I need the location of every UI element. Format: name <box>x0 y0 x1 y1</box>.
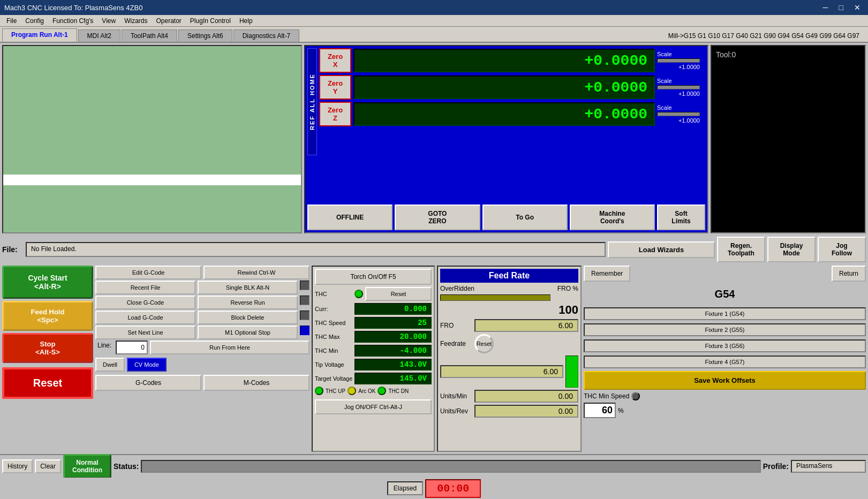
thc-speed-label: THC Speed <box>315 320 352 326</box>
torch-status-row: THC UP Arc OK THC DN <box>315 387 432 395</box>
block-delete-button[interactable]: Block Delete <box>198 311 298 324</box>
block-delete-led <box>300 311 310 320</box>
arc-ok-label: Arc OK <box>358 388 375 394</box>
load-gcode-button[interactable]: Load G-Code <box>95 311 195 324</box>
m1-optional-stop-button[interactable]: M1 Optional Stop <box>198 326 298 339</box>
tip-voltage-value: 143.0V <box>354 359 432 371</box>
dro-row-y: ZeroY +0.0000 Scale +1.0000 <box>319 75 705 100</box>
torch-on-off-button[interactable]: Torch On/Off F5 <box>315 269 432 285</box>
tab-mdi[interactable]: MDI Alt2 <box>78 29 120 42</box>
load-wizards-button[interactable]: Load Wizards <box>608 241 715 258</box>
normal-condition-button[interactable]: NormalCondition <box>63 454 111 479</box>
torch-panel: Torch On/Off F5 THC Reset Curr: 0.000 TH… <box>312 266 435 452</box>
scale-x-value: +1.0000 <box>657 64 700 70</box>
feedrate-value-input[interactable] <box>440 365 563 378</box>
code-buttons-row: G-Codes M-Codes <box>95 375 310 391</box>
to-go-button[interactable]: To Go <box>482 205 568 230</box>
mid-row-1: Edit G-Code Rewind Ctrl-W <box>95 266 310 279</box>
menu-config[interactable]: Config <box>21 16 48 26</box>
stop-button[interactable]: Stop<Alt-S> <box>2 333 93 363</box>
thc-min-speed-input[interactable] <box>584 403 616 418</box>
tab-settings[interactable]: Settings Alt6 <box>178 29 232 42</box>
dro-y-value: +0.0000 <box>353 75 655 99</box>
fro-input[interactable] <box>474 319 578 332</box>
close-button[interactable]: ✕ <box>851 2 864 13</box>
fixture1-button[interactable]: Fixture 1 (G54) <box>584 307 866 320</box>
zero-y-button[interactable]: ZeroY <box>319 75 351 100</box>
jog-follow-button[interactable]: JogFollow <box>818 237 866 262</box>
dro-x-value: +0.0000 <box>353 49 655 72</box>
edit-gcode-button[interactable]: Edit G-Code <box>95 266 201 279</box>
fro-pct-value: 100 <box>440 303 578 317</box>
display-mode-button[interactable]: DisplayMode <box>767 237 816 262</box>
feedrate-panel: Feed Rate OverRidden FRO % 100 FRO Feedr… <box>437 266 582 452</box>
tab-toolpath[interactable]: ToolPath Alt4 <box>122 29 177 42</box>
reset-button[interactable]: Reset <box>2 367 93 399</box>
g-codes-button[interactable]: G-Codes <box>95 375 201 391</box>
dwell-button[interactable]: Dwell <box>95 358 125 372</box>
recent-file-button[interactable]: Recent File <box>95 281 195 294</box>
m-codes-button[interactable]: M-Codes <box>203 375 310 391</box>
tab-diagnostics[interactable]: Diagnostics Alt-7 <box>233 29 299 42</box>
jog-on-off-button[interactable]: Jog ON/OFF Ctrl-Alt-J <box>315 399 432 414</box>
menu-function-cfgs[interactable]: Function Cfg's <box>48 16 97 26</box>
return-button[interactable]: Return <box>832 266 866 282</box>
fixture4-button[interactable]: Fixture 4 (G57) <box>584 356 866 368</box>
cycle-start-button[interactable]: Cycle Start<Alt-R> <box>2 266 93 299</box>
single-blk-button[interactable]: Single BLK Alt-N <box>198 281 298 294</box>
remember-button[interactable]: Remember <box>584 266 630 282</box>
tab-program-run[interactable]: Program Run Alt-1 <box>2 28 77 42</box>
offline-button[interactable]: OFFLINE <box>307 205 393 230</box>
tabbar: Program Run Alt-1 MDI Alt2 ToolPath Alt4… <box>0 27 868 43</box>
maximize-button[interactable]: □ <box>836 2 847 13</box>
menu-operator[interactable]: Operator <box>152 16 186 26</box>
feedrate-reset-button[interactable]: Reset <box>474 334 494 353</box>
menu-view[interactable]: View <box>97 16 120 26</box>
soft-limits-button[interactable]: SoftLimits <box>657 205 705 230</box>
right-controls: Remember Return G54 Fixture 1 (G54) Fixt… <box>584 266 866 452</box>
feed-hold-button[interactable]: Feed Hold<Spc> <box>2 301 93 331</box>
fixture2-button[interactable]: Fixture 2 (G55) <box>584 323 866 336</box>
goto-zero-button[interactable]: GOTOZERO <box>395 205 480 230</box>
timer-bar: Elapsed 00:00 <box>0 478 868 499</box>
set-next-line-button[interactable]: Set Next Line <box>95 326 195 339</box>
app-title: Mach3 CNC Licensed To: PlasmaSens 4ZB0 <box>4 4 820 12</box>
thc-max-label: THC Max <box>315 334 352 340</box>
cv-mode-button[interactable]: CV Mode <box>127 358 167 372</box>
target-voltage-value: 145.0V <box>354 373 432 384</box>
zero-z-button[interactable]: ZeroZ <box>319 102 351 126</box>
units-rev-input[interactable] <box>474 405 578 418</box>
menu-file[interactable]: File <box>2 16 21 26</box>
minimize-button[interactable]: ─ <box>820 2 832 13</box>
history-button[interactable]: History <box>2 459 33 473</box>
rewind-button[interactable]: Rewind Ctrl-W <box>203 266 310 279</box>
dro-y-scale: Scale +1.0000 <box>657 78 705 97</box>
run-from-here-button[interactable]: Run From Here <box>150 341 310 354</box>
scale-z-bar <box>657 112 700 116</box>
menu-help[interactable]: Help <box>235 16 257 26</box>
fro-header: OverRidden FRO % <box>440 285 578 292</box>
top-row: REF ALL HOME ZeroX +0.0000 Scale +1.0000 <box>0 43 868 236</box>
gcode-scroll[interactable] <box>3 46 301 232</box>
dro-z-scale: Scale +1.0000 <box>657 104 705 124</box>
reverse-run-button[interactable]: Reverse Run <box>198 296 298 309</box>
save-work-offsets-button[interactable]: Save Work Offsets <box>584 371 866 390</box>
thc-reset-button[interactable]: Reset <box>365 287 432 301</box>
arc-ok-indicator: Arc OK <box>348 387 375 395</box>
fixture3-button[interactable]: Fixture 3 (G56) <box>584 339 866 352</box>
units-min-input[interactable] <box>474 390 578 403</box>
line-input[interactable] <box>116 341 148 354</box>
file-path-display: No File Loaded. <box>26 242 606 257</box>
fro-row: FRO <box>440 319 578 332</box>
menu-plugin-control[interactable]: PlugIn Control <box>186 16 235 26</box>
overridden-label: OverRidden <box>440 285 474 292</box>
main-container: REF ALL HOME ZeroX +0.0000 Scale +1.0000 <box>0 43 868 499</box>
dro-x-scale: Scale +1.0000 <box>657 51 705 70</box>
regen-toolpath-button[interactable]: Regen.Toolpath <box>717 237 765 262</box>
menu-wizards[interactable]: Wizards <box>120 16 152 26</box>
zero-x-button[interactable]: ZeroX <box>319 48 351 73</box>
thc-speed-row: THC Speed 25 <box>315 317 432 329</box>
machine-coords-button[interactable]: MachineCoord's <box>570 205 655 230</box>
clear-button[interactable]: Clear <box>35 459 61 473</box>
close-gcode-button[interactable]: Close G-Code <box>95 296 195 309</box>
